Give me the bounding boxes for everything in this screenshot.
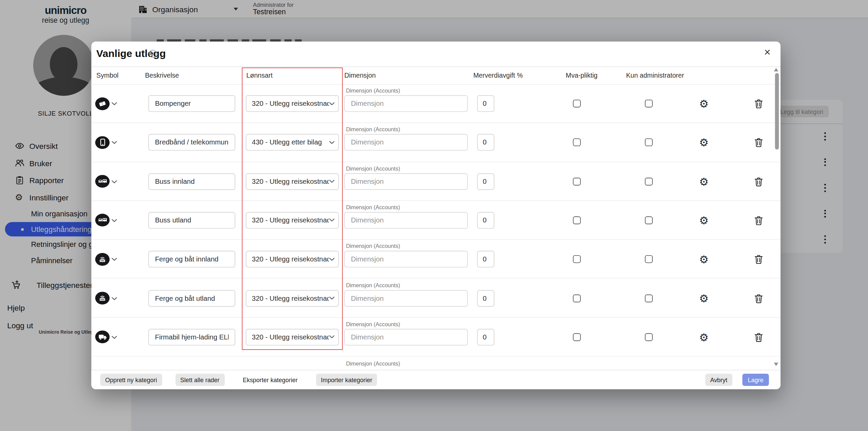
dimension-input[interactable] [344, 212, 468, 229]
gear-icon[interactable]: ⚙ [699, 253, 709, 265]
gear-icon[interactable]: ⚙ [699, 292, 709, 304]
vat-input[interactable] [477, 290, 494, 307]
scroll-up-icon[interactable] [774, 68, 778, 72]
import-categories-button[interactable]: Importer kategorier [316, 374, 377, 386]
chevron-down-icon[interactable] [111, 141, 117, 144]
cancel-button[interactable]: Avbryt [705, 374, 732, 386]
mva-checkbox[interactable] [573, 177, 581, 185]
paytype-value: 320 - Utlegg reisekostnader etter bilag [252, 216, 329, 224]
admin-checkbox[interactable] [645, 294, 653, 302]
chevron-down-icon[interactable] [111, 335, 117, 339]
bus-icon[interactable] [95, 214, 110, 227]
admin-checkbox[interactable] [645, 139, 653, 146]
trash-icon[interactable] [754, 138, 763, 150]
dimension-input[interactable] [344, 134, 468, 151]
vanlige-utlegg-modal: Vanlige utlegg ? × Symbol Beskrivelse Lø… [91, 41, 781, 389]
column-kun-administratorer: Kun administratorer [626, 72, 684, 79]
vat-input[interactable] [477, 95, 494, 112]
tablet-icon[interactable] [95, 136, 110, 149]
mva-checkbox[interactable] [573, 294, 581, 302]
paytype-select[interactable]: 320 - Utlegg reisekostnader etter bilag [246, 173, 339, 190]
table-row: 320 - Utlegg reisekostnader etter bilag … [91, 201, 781, 240]
admin-checkbox[interactable] [645, 333, 653, 341]
gear-icon[interactable]: ⚙ [699, 175, 709, 188]
vat-input[interactable] [477, 212, 494, 229]
description-input[interactable] [149, 329, 235, 345]
trash-icon[interactable] [754, 177, 763, 189]
trash-icon[interactable] [754, 255, 763, 266]
paytype-select[interactable]: 430 - Utlegg etter bilag [246, 134, 339, 151]
description-input[interactable] [149, 212, 235, 229]
dimension-label: Dimensjon (Accounts) [346, 87, 400, 94]
gear-icon[interactable]: ⚙ [699, 214, 709, 227]
close-icon[interactable]: × [764, 46, 771, 58]
vat-input[interactable] [477, 329, 494, 345]
mva-checkbox[interactable] [573, 216, 581, 224]
vat-input[interactable] [477, 173, 494, 190]
scrollbar-thumb[interactable] [775, 73, 778, 150]
description-input[interactable] [149, 134, 235, 151]
paytype-value: 430 - Utlegg etter bilag [252, 139, 329, 146]
admin-checkbox[interactable] [645, 255, 653, 263]
chevron-down-icon[interactable] [111, 257, 117, 261]
column-mva-pliktig: Mva-pliktig [566, 72, 598, 79]
description-input[interactable] [149, 95, 235, 112]
trash-icon[interactable] [754, 99, 763, 111]
dimension-label: Dimensjon (Accounts) [346, 282, 400, 288]
paytype-value: 320 - Utlegg reisekostnader etter bilag [252, 100, 329, 107]
paytype-select[interactable]: 320 - Utlegg reisekostnader etter bilag [246, 95, 339, 112]
chevron-down-icon[interactable] [111, 102, 117, 105]
trash-icon[interactable] [754, 216, 763, 228]
chevron-down-icon[interactable] [111, 180, 117, 183]
ferry-icon[interactable] [95, 292, 110, 305]
create-category-button[interactable]: Opprett ny kategori [100, 374, 162, 386]
column-beskrivelse: Beskrivelse [145, 72, 179, 79]
delete-all-rows-button[interactable]: Slett alle rader [175, 374, 224, 386]
admin-checkbox[interactable] [645, 216, 653, 224]
bus-icon[interactable] [95, 175, 110, 188]
chevron-down-icon [329, 179, 335, 183]
dimension-label: Dimensjon (Accounts) [346, 165, 400, 171]
trash-icon[interactable] [754, 333, 763, 344]
dimension-label: Dimensjon (Accounts) [346, 243, 400, 249]
paytype-select[interactable]: 320 - Utlegg reisekostnader etter bilag [246, 212, 339, 229]
mva-checkbox[interactable] [573, 100, 581, 107]
dimension-input[interactable] [344, 329, 468, 345]
chevron-down-icon[interactable] [111, 296, 117, 300]
chevron-down-icon[interactable] [111, 219, 117, 222]
trash-icon[interactable] [754, 294, 763, 305]
dimension-input[interactable] [344, 173, 468, 190]
admin-checkbox[interactable] [645, 177, 653, 185]
description-input[interactable] [149, 290, 235, 307]
dimension-input[interactable] [344, 290, 468, 307]
truck-icon[interactable] [95, 331, 110, 344]
gear-icon[interactable]: ⚙ [699, 136, 709, 149]
app-stage: unimicro reise og utlegg SILJE SKOTVOLL … [0, 0, 868, 431]
ferry-icon[interactable] [95, 253, 110, 266]
mva-checkbox[interactable] [573, 255, 581, 263]
paytype-select[interactable]: 320 - Utlegg reisekostnader etter bilag [246, 251, 339, 268]
vat-input[interactable] [477, 134, 494, 151]
dimension-label: Dimensjon (Accounts) [346, 126, 400, 133]
admin-checkbox[interactable] [645, 100, 653, 107]
help-icon[interactable]: ? [149, 50, 157, 58]
description-input[interactable] [149, 173, 235, 190]
paytype-select[interactable]: 320 - Utlegg reisekostnader etter bilag [246, 329, 339, 345]
dimension-label: Dimensjon (Accounts) [346, 360, 400, 367]
dimension-input[interactable] [344, 251, 468, 268]
gear-icon[interactable]: ⚙ [699, 97, 709, 110]
vat-input[interactable] [477, 251, 494, 268]
ticket-icon[interactable] [95, 97, 110, 110]
column-merverdiavgift: Merverdiavgift % [473, 72, 523, 79]
export-categories-button[interactable]: Eksporter kategorier [238, 374, 302, 386]
dimension-input[interactable] [344, 95, 468, 112]
mva-checkbox[interactable] [573, 333, 581, 341]
dimension-label: Dimensjon (Accounts) [346, 204, 400, 210]
description-input[interactable] [149, 251, 235, 268]
save-button[interactable]: Lagre [742, 374, 769, 386]
gear-icon[interactable]: ⚙ [699, 331, 709, 343]
paytype-select[interactable]: 320 - Utlegg reisekostnader etter bilag [246, 290, 339, 307]
scroll-down-icon[interactable] [774, 363, 778, 366]
column-dimensjon: Dimensjon [344, 72, 376, 79]
mva-checkbox[interactable] [573, 139, 581, 146]
